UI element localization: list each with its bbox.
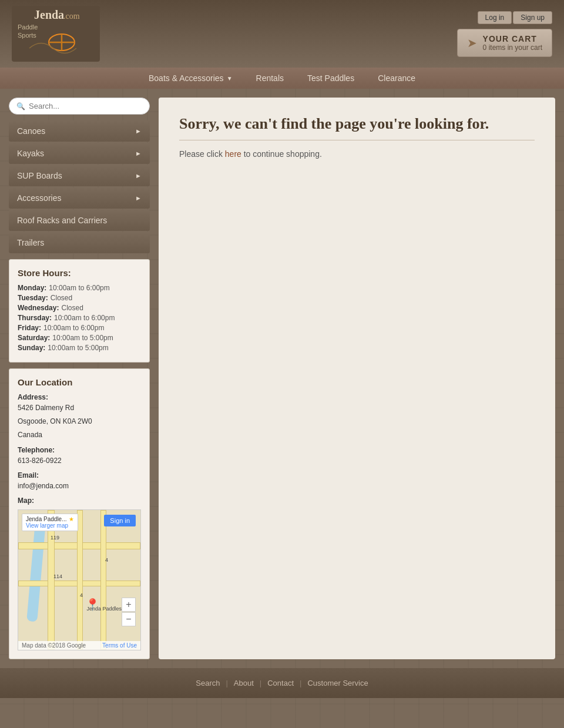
hours-thursday: Thursday: 10:00am to 6:00pm xyxy=(18,314,141,322)
search-box[interactable]: 🔍 xyxy=(9,98,150,115)
sidebar-item-roof-racks[interactable]: Roof Racks and Carriers xyxy=(9,210,150,231)
expand-arrow-icon: ► xyxy=(135,172,142,179)
expand-arrow-icon: ► xyxy=(135,150,142,157)
hours-friday: Friday: 10:00am to 6:00pm xyxy=(18,324,141,332)
cart-widget[interactable]: ➤ YOUR CART 0 items in your cart xyxy=(457,29,552,57)
hours-sunday: Sunday: 10:00am to 5:00pm xyxy=(18,344,141,352)
expand-arrow-icon: ► xyxy=(135,128,142,135)
store-hours-title: Store Hours: xyxy=(18,268,141,278)
footer-link-search[interactable]: Search xyxy=(190,679,226,687)
here-link[interactable]: here xyxy=(225,149,241,159)
main-wrapper: 🔍 Canoes ► Kayaks ► SUP Boards ► Accesso… xyxy=(0,89,564,668)
address-line2: Osgoode, ON K0A 2W0 xyxy=(18,416,141,427)
header-right: Log in Sign up ➤ YOUR CART 0 items in yo… xyxy=(457,11,552,57)
sidebar-nav-menu: Canoes ► Kayaks ► SUP Boards ► Accessori… xyxy=(9,120,150,253)
cart-label: YOUR CART xyxy=(483,34,542,43)
email-label: Email: xyxy=(18,471,141,479)
nav-item-clearance[interactable]: Clearance xyxy=(366,68,427,89)
map-placeholder: 119 114 4 4 Jenda Paddle... ★ View large… xyxy=(18,510,140,650)
map-view-larger-link[interactable]: View larger map xyxy=(26,522,68,529)
location-title: Our Location xyxy=(18,377,141,387)
store-hours-panel: Store Hours: Monday: 10:00am to 6:00pm T… xyxy=(9,259,150,363)
cart-count: 0 items in your cart xyxy=(483,43,542,52)
address-line3: Canada xyxy=(18,430,141,441)
search-icon: 🔍 xyxy=(16,102,25,110)
sidebar-item-canoes[interactable]: Canoes ► xyxy=(9,120,150,142)
map-container[interactable]: 119 114 4 4 Jenda Paddle... ★ View large… xyxy=(18,509,141,650)
search-input[interactable] xyxy=(29,102,142,110)
error-message: Please click here to continue shopping. xyxy=(179,149,535,159)
error-title: Sorry, we can't find the page you're loo… xyxy=(179,115,535,140)
sidebar-item-sup-boards[interactable]: SUP Boards ► xyxy=(9,165,150,186)
hours-wednesday: Wednesday: Closed xyxy=(18,304,141,312)
cart-arrow-icon: ➤ xyxy=(467,36,477,50)
map-zoom-out-button[interactable]: − xyxy=(122,612,136,626)
sidebar-item-kayaks[interactable]: Kayaks ► xyxy=(9,143,150,164)
footer-link-contact[interactable]: Contact xyxy=(261,679,300,687)
footer-link-about[interactable]: About xyxy=(228,679,260,687)
location-panel: Our Location Address: 5426 Dalmeny Rd Os… xyxy=(9,368,150,659)
main-content: Sorry, we can't find the page you're loo… xyxy=(159,98,555,659)
sidebar: 🔍 Canoes ► Kayaks ► SUP Boards ► Accesso… xyxy=(9,98,150,659)
sidebar-item-trailers[interactable]: Trailers xyxy=(9,232,150,253)
address-line1: 5426 Dalmeny Rd xyxy=(18,402,141,414)
map-zoom-controls: + − xyxy=(122,598,136,626)
telephone-label: Telephone: xyxy=(18,446,141,454)
svg-text:.com: .com xyxy=(63,12,80,21)
map-business-box: Jenda Paddle... ★ View larger map xyxy=(22,514,78,531)
footer: Search | About | Contact | Customer Serv… xyxy=(0,668,564,698)
nav-item-rentals[interactable]: Rentals xyxy=(244,68,296,89)
footer-links: Search | About | Contact | Customer Serv… xyxy=(11,679,553,687)
sidebar-item-accessories[interactable]: Accessories ► xyxy=(9,187,150,209)
signup-button[interactable]: Sign up xyxy=(513,11,552,24)
nav-dropdown-arrow-icon: ▼ xyxy=(227,75,233,82)
map-terms-link[interactable]: Terms of Use xyxy=(102,642,137,649)
nav-item-boats[interactable]: Boats & Accessories ▼ xyxy=(137,68,244,89)
expand-arrow-icon: ► xyxy=(135,194,142,202)
map-sign-in-button[interactable]: Sign in xyxy=(104,515,136,526)
footer-link-customer-service[interactable]: Customer Service xyxy=(301,679,374,687)
svg-text:Paddle: Paddle xyxy=(18,24,38,31)
auth-buttons: Log in Sign up xyxy=(478,11,552,24)
nav-bar: Boats & Accessories ▼ Rentals Test Paddl… xyxy=(0,68,564,89)
cart-text: YOUR CART 0 items in your cart xyxy=(483,34,542,52)
header: Jenda .com Paddle Sports Log in Sign up … xyxy=(0,0,564,68)
svg-text:Jenda: Jenda xyxy=(34,8,64,21)
map-label: Map: xyxy=(18,496,141,505)
login-button[interactable]: Log in xyxy=(478,11,512,24)
hours-tuesday: Tuesday: Closed xyxy=(18,294,141,302)
logo-area: Jenda .com Paddle Sports xyxy=(12,6,100,62)
map-zoom-in-button[interactable]: + xyxy=(122,598,136,612)
svg-text:Sports: Sports xyxy=(18,32,36,39)
email-value: info@jenda.com xyxy=(18,481,141,492)
hours-saturday: Saturday: 10:00am to 5:00pm xyxy=(18,334,141,342)
address-label: Address: xyxy=(18,393,141,401)
map-footer: Map data ©2018 Google Terms of Use xyxy=(18,641,140,650)
hours-monday: Monday: 10:00am to 6:00pm xyxy=(18,284,141,292)
telephone-value: 613-826-0922 xyxy=(18,455,141,467)
site-logo: Jenda .com Paddle Sports xyxy=(12,6,100,62)
nav-item-test-paddles[interactable]: Test Paddles xyxy=(296,68,366,89)
